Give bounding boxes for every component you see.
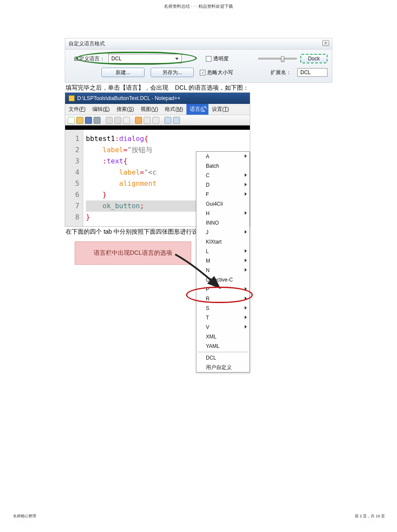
caption-1b: DCL 的语言选项，如下图： bbox=[175, 84, 249, 91]
checkbox-icon bbox=[206, 56, 211, 62]
slider-thumb[interactable] bbox=[281, 56, 284, 62]
dd-item-c[interactable]: C bbox=[196, 171, 249, 180]
line-num: 6 bbox=[67, 189, 79, 200]
lang-label: 自定义语言： bbox=[74, 55, 105, 63]
new-file-icon[interactable] bbox=[68, 117, 75, 124]
lang-select-value: DCL bbox=[111, 56, 122, 62]
lang-select[interactable]: DCL bbox=[108, 54, 182, 63]
cursor-icon: ↖ bbox=[204, 105, 208, 110]
npp-titlebar: D:\LSPTools\diaButtonText.DCL - Notepad+… bbox=[65, 93, 250, 104]
npp-tabstrip bbox=[65, 125, 250, 130]
dd-item-yaml[interactable]: YAML bbox=[196, 341, 249, 351]
paste-icon[interactable] bbox=[152, 117, 159, 124]
dd-item-gui4cli[interactable]: Gui4Cli bbox=[196, 199, 249, 209]
doc-header-dots: · · · · · · · · · · · · · · · bbox=[0, 10, 397, 14]
dd-item-xml[interactable]: XML bbox=[196, 332, 249, 341]
ignorecase-label: 忽略大小写 bbox=[207, 69, 233, 76]
menu-language[interactable]: 语言(L↖ bbox=[186, 104, 208, 115]
line-num: 5 bbox=[67, 178, 79, 189]
line-num: 1 bbox=[67, 133, 79, 144]
dd-item-kixtart[interactable]: KIXtart bbox=[196, 237, 249, 247]
caption-1: 填写完毕之后，单击【语言】，会出现 DCL 的语言选项，如下图： bbox=[65, 83, 332, 92]
dd-item-r[interactable]: R bbox=[196, 294, 249, 304]
chevron-down-icon bbox=[175, 58, 179, 60]
npp-menubar: 文件(F) 编辑(E) 搜索(S) 视图(V) 格式(M) 语言(L↖ 设置(T… bbox=[65, 104, 250, 115]
dock-button[interactable]: Dock bbox=[300, 54, 328, 63]
dd-item-v[interactable]: V bbox=[196, 322, 249, 332]
doc-header: 名师资料总结 · · · 精品资料欢迎下载 bbox=[0, 0, 397, 9]
dd-item-d[interactable]: D bbox=[196, 180, 249, 190]
caption-1a: 填写完毕之后，单击【语言】，会出现 bbox=[66, 84, 168, 91]
udl-dialog-titlebar: 自定义语言格式 × bbox=[65, 38, 332, 50]
copy-icon[interactable] bbox=[144, 117, 151, 124]
menu-format[interactable]: 格式(M) bbox=[161, 104, 186, 115]
dd-item-t[interactable]: T bbox=[196, 313, 249, 322]
close-all-icon[interactable] bbox=[114, 117, 121, 124]
transparent-checkbox[interactable]: 透明度 bbox=[206, 55, 229, 63]
checkbox-icon: ✓ bbox=[200, 70, 205, 75]
transparent-label: 透明度 bbox=[213, 55, 229, 63]
line-num: 7 bbox=[67, 200, 79, 212]
line-num: 2 bbox=[67, 144, 79, 156]
saveas-button[interactable]: 另存为... bbox=[151, 68, 194, 77]
npp-title-text: D:\LSPTools\diaButtonText.DCL - Notepad+… bbox=[77, 95, 180, 101]
print-icon[interactable] bbox=[123, 117, 130, 124]
cut-icon[interactable] bbox=[135, 117, 142, 124]
footer-left: 名师精心整理· · · · · · · bbox=[13, 513, 36, 523]
line-num: 3 bbox=[67, 156, 79, 167]
ext-input[interactable]: DCL bbox=[297, 68, 328, 77]
annotation-arrow-icon bbox=[173, 252, 225, 291]
menu-search[interactable]: 搜索(S) bbox=[113, 104, 137, 115]
app-icon bbox=[69, 95, 75, 101]
save-icon[interactable] bbox=[85, 117, 92, 124]
new-button[interactable]: 新建... bbox=[101, 68, 145, 77]
save-all-icon[interactable] bbox=[94, 117, 101, 124]
dd-item-h[interactable]: H bbox=[196, 209, 249, 218]
close-icon[interactable]: × bbox=[322, 40, 329, 46]
undo-icon[interactable] bbox=[164, 117, 171, 124]
line-num: 8 bbox=[67, 212, 79, 223]
dd-separator bbox=[198, 352, 248, 352]
caption-2a: 在下面的四个 bbox=[66, 228, 102, 235]
ignorecase-checkbox[interactable]: ✓ 忽略大小写 bbox=[200, 69, 233, 76]
redo-icon[interactable] bbox=[173, 117, 180, 124]
dd-item-f[interactable]: F bbox=[196, 190, 249, 199]
menu-edit[interactable]: 编辑(E) bbox=[89, 104, 113, 115]
menu-settings[interactable]: 设置(T) bbox=[208, 104, 232, 115]
udl-dialog: 自定义语言格式 × 自定义语言： DCL 透明度 Dock 新建... 另 bbox=[65, 38, 332, 83]
dd-item-a[interactable]: A bbox=[196, 152, 249, 161]
dd-item-j[interactable]: J bbox=[196, 228, 249, 237]
notepadpp-window: D:\LSPTools\diaButtonText.DCL - Notepad+… bbox=[65, 92, 250, 227]
dd-item-userdefined[interactable]: 用户自定义 bbox=[196, 363, 249, 372]
line-gutter: 1 2 3 4 5 6 7 8 bbox=[65, 130, 83, 226]
line-num: 4 bbox=[67, 167, 79, 178]
dd-item-inno[interactable]: INNO bbox=[196, 218, 249, 228]
dd-item-s[interactable]: S bbox=[196, 304, 249, 313]
udl-dialog-title: 自定义语言格式 bbox=[69, 41, 105, 47]
caption-2b: tab bbox=[104, 228, 112, 235]
transparency-slider[interactable] bbox=[258, 58, 297, 59]
open-icon[interactable] bbox=[76, 117, 83, 124]
npp-editor: 1 2 3 4 5 6 7 8 bbtest1:dialog{ label="按… bbox=[65, 130, 250, 226]
close-file-icon[interactable] bbox=[106, 117, 113, 124]
slider-track bbox=[258, 58, 297, 59]
content-column: 自定义语言格式 × 自定义语言： DCL 透明度 Dock 新建... 另 bbox=[65, 38, 332, 237]
menu-view[interactable]: 视图(V) bbox=[137, 104, 161, 115]
npp-toolbar bbox=[65, 115, 250, 125]
dd-item-batch[interactable]: Batch bbox=[196, 161, 249, 171]
menu-file[interactable]: 文件(F) bbox=[65, 104, 89, 115]
ext-label: 扩展名： bbox=[271, 69, 291, 76]
footer-right: 第 2 页，共 19 页· · · · · · · bbox=[355, 513, 385, 523]
dd-item-dcl[interactable]: DCL bbox=[196, 353, 249, 363]
